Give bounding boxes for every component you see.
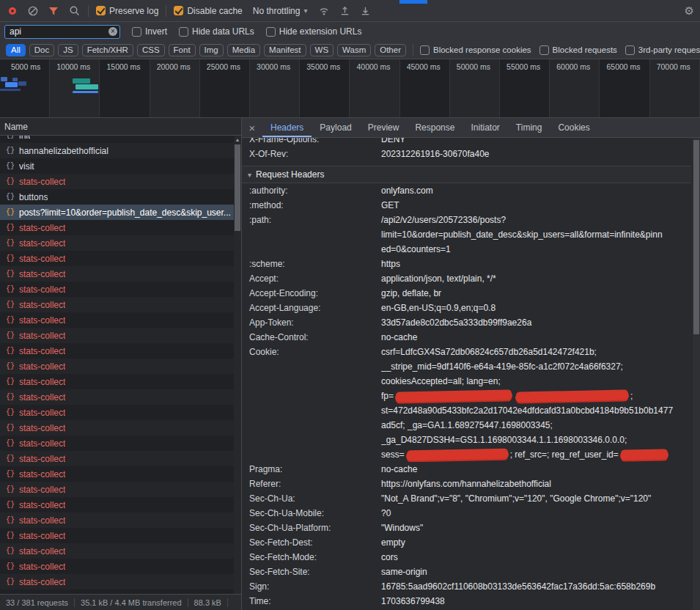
header-value: GET bbox=[381, 198, 691, 213]
request-row[interactable]: {}stats-collect bbox=[0, 374, 241, 389]
request-headers-section[interactable]: ▾ Request Headers bbox=[242, 166, 691, 183]
filter-chip-font[interactable]: Font bbox=[169, 44, 196, 56]
clear-filter-icon[interactable]: × bbox=[108, 27, 117, 36]
filter-chip-fetch-xhr[interactable]: Fetch/XHR bbox=[82, 44, 133, 56]
request-row[interactable]: {}stats-collect bbox=[0, 405, 241, 420]
close-icon[interactable]: × bbox=[242, 122, 262, 134]
header-value-text: st=472d48a90d5433bfc2a2d17042e4dfdcafd31… bbox=[381, 405, 673, 416]
request-row[interactable]: {}init bbox=[0, 136, 241, 143]
network-conditions-button[interactable] bbox=[317, 4, 331, 18]
disable-cache-checkbox[interactable]: Disable cache bbox=[174, 6, 242, 16]
tab-preview[interactable]: Preview bbox=[360, 118, 408, 137]
filter-chip-all[interactable]: All bbox=[6, 44, 26, 56]
request-row[interactable]: {}hannahelizabethofficial bbox=[0, 143, 241, 158]
filter-chip-doc[interactable]: Doc bbox=[29, 44, 54, 56]
export-har-button[interactable] bbox=[358, 4, 372, 18]
request-list: {}init{}hannahelizabethofficial{}visit{}… bbox=[0, 136, 241, 594]
filter-chip-wasm[interactable]: Wasm bbox=[337, 44, 371, 56]
checkbox-3rd-party-requests[interactable]: 3rd-party requests bbox=[625, 45, 700, 55]
request-row[interactable]: {}stats-collect bbox=[0, 359, 241, 374]
request-row[interactable]: {}stats-collect bbox=[0, 389, 241, 405]
name-column-header[interactable]: Name bbox=[0, 118, 241, 136]
tab-timing[interactable]: Timing bbox=[508, 118, 550, 137]
timeline-overview[interactable]: 5000 ms10000 ms15000 ms20000 ms25000 ms3… bbox=[0, 59, 700, 118]
checkbox-box bbox=[420, 45, 430, 55]
search-button[interactable] bbox=[67, 4, 81, 18]
request-row[interactable]: {}buttons bbox=[0, 189, 241, 205]
details-scrollbar[interactable] bbox=[693, 138, 700, 610]
request-row[interactable]: {}stats-collect bbox=[0, 574, 241, 589]
filter-chip-ws[interactable]: WS bbox=[310, 44, 334, 56]
filter-chip-manifest[interactable]: Manifest bbox=[264, 44, 306, 56]
request-row[interactable]: {}stats-collect bbox=[0, 497, 241, 512]
request-row[interactable]: {}stats-collect bbox=[0, 312, 241, 328]
request-row[interactable]: {}stats-collect bbox=[0, 436, 241, 451]
request-name: stats-collect bbox=[19, 454, 65, 464]
timeline-tick-label: 30000 ms bbox=[257, 62, 290, 71]
request-row[interactable]: {}stats-collect bbox=[0, 343, 241, 359]
tab-cookies[interactable]: Cookies bbox=[550, 118, 597, 137]
devtools-network-panel: Preserve log Disable cache No throttling… bbox=[0, 0, 700, 610]
invert-checkbox[interactable]: Invert bbox=[132, 26, 167, 37]
file-json-icon: {} bbox=[6, 301, 15, 309]
request-row[interactable]: {}stats-collect bbox=[0, 220, 241, 235]
hide-extension-urls-checkbox[interactable]: Hide extension URLs bbox=[266, 26, 362, 37]
request-row[interactable]: {}stats-collect bbox=[0, 328, 241, 343]
request-row[interactable]: {}visit bbox=[0, 158, 241, 174]
checkbox-blocked-requests[interactable]: Blocked requests bbox=[539, 45, 617, 55]
header-row: Accept-Encoding:gzip, deflate, br bbox=[242, 286, 691, 301]
request-row[interactable]: {}stats-collect bbox=[0, 451, 241, 466]
request-row[interactable]: {}stats-collect bbox=[0, 543, 241, 559]
throttling-dropdown[interactable]: No throttling ▾ bbox=[250, 4, 311, 18]
checkbox-blocked-response-cookies[interactable]: Blocked response cookies bbox=[420, 45, 531, 55]
tab-headers[interactable]: Headers bbox=[262, 118, 312, 137]
hide-data-urls-checkbox[interactable]: Hide data URLs bbox=[179, 26, 254, 37]
request-row[interactable]: {}stats-collect bbox=[0, 420, 241, 436]
header-value-text: __stripe_mid=9df140f6-e64a-419e-85fc-a1c… bbox=[381, 361, 623, 372]
request-row[interactable]: {}stats-collect bbox=[0, 482, 241, 497]
header-row: App-Token:33d57ade8c02dbc5a333db99ff9ae2… bbox=[242, 315, 691, 330]
filter-chip-other[interactable]: Other bbox=[375, 44, 406, 56]
timeline-tick-label: 65000 ms bbox=[606, 62, 640, 71]
scroll-up-icon[interactable]: ▲ bbox=[234, 136, 241, 143]
timeline-activity-bar bbox=[75, 84, 98, 89]
file-json-icon: {} bbox=[6, 578, 15, 586]
filter-chip-js[interactable]: JS bbox=[58, 44, 78, 56]
header-value-text: ed=0&counters=1 bbox=[381, 244, 451, 254]
clear-button[interactable] bbox=[26, 4, 40, 18]
scrollbar-thumb[interactable] bbox=[693, 140, 699, 334]
request-row[interactable]: {}stats-collect bbox=[0, 235, 241, 251]
filter-chip-css[interactable]: CSS bbox=[137, 44, 165, 56]
request-row[interactable]: {}stats-collect bbox=[0, 251, 241, 266]
record-button[interactable] bbox=[6, 4, 19, 18]
checkbox-label: Blocked requests bbox=[553, 45, 617, 54]
request-row-selected[interactable]: {}posts?limit=10&order=publish_date_desc… bbox=[0, 205, 241, 220]
request-row[interactable]: {}stats-collect bbox=[0, 466, 241, 482]
scrollbar-thumb[interactable] bbox=[235, 144, 240, 231]
settings-gear-icon[interactable]: ⚙ bbox=[685, 4, 694, 18]
request-row[interactable]: {}stats-collect bbox=[0, 528, 241, 543]
request-row[interactable]: {}stats-collect bbox=[0, 282, 241, 297]
import-har-button[interactable] bbox=[338, 4, 351, 18]
request-row[interactable]: {}stats-collect bbox=[0, 559, 241, 574]
request-name: stats-collect bbox=[19, 331, 65, 341]
header-value-line: /api2/v2/users/20572336/posts? bbox=[381, 213, 691, 227]
checkbox-box bbox=[179, 27, 188, 37]
request-row[interactable]: {}stats-collect bbox=[0, 174, 241, 189]
request-row[interactable]: {}stats-collect bbox=[0, 512, 241, 528]
filter-chip-media[interactable]: Media bbox=[227, 44, 260, 56]
tab-response[interactable]: Response bbox=[407, 118, 463, 137]
filter-input[interactable] bbox=[4, 25, 120, 39]
header-row: :method:GET bbox=[242, 198, 691, 213]
header-value-line: csrf=LdfcGX4Sa72db06824c657db26a5d142472… bbox=[381, 345, 691, 359]
filter-chip-img[interactable]: Img bbox=[199, 44, 224, 56]
tab-initiator[interactable]: Initiator bbox=[463, 118, 507, 137]
filter-button[interactable] bbox=[47, 4, 60, 18]
preserve-log-checkbox[interactable]: Preserve log bbox=[96, 6, 158, 16]
file-json-icon: {} bbox=[6, 270, 15, 278]
header-value: "Not_A Brand";v="8", "Chromium";v="120",… bbox=[381, 491, 691, 506]
requests-scrollbar[interactable]: ▲ bbox=[234, 136, 241, 594]
tab-payload[interactable]: Payload bbox=[312, 118, 359, 137]
request-row[interactable]: {}stats-collect bbox=[0, 266, 241, 282]
request-row[interactable]: {}stats-collect bbox=[0, 297, 241, 312]
